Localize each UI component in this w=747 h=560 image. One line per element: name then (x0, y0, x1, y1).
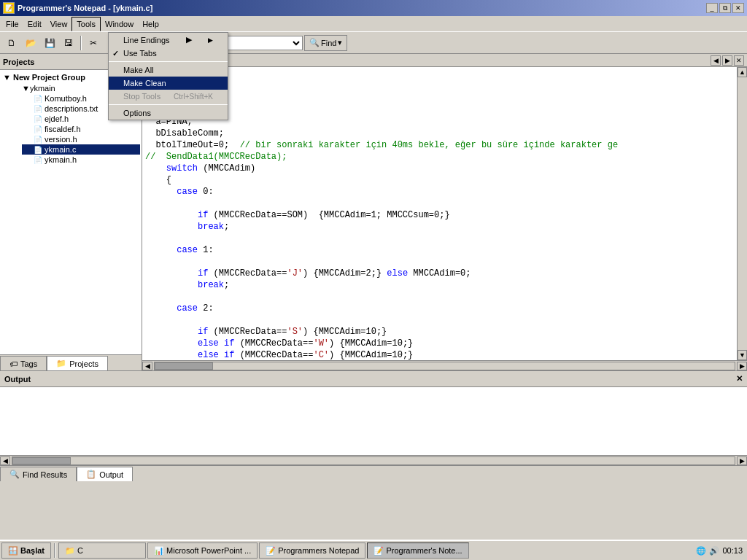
project-label: ykmain (30, 84, 55, 93)
tags-icon: 🏷 (9, 359, 18, 368)
taskbar-app-pn2[interactable]: 📝 Programmer's Note... (367, 542, 468, 559)
code-line: a=PINA; (145, 105, 734, 117)
taskbar-app-powerpoint[interactable]: 📊 Microsoft PowerPoint ... (147, 542, 258, 559)
taskbar-system-icons: 🌐 🔊 00:13 (696, 546, 743, 556)
tree-file-ykmain-h[interactable]: 📄 ykmain.h (22, 155, 140, 165)
output-header: Output ✕ (0, 371, 747, 387)
output-h-scrollbar[interactable]: ◀ ▶ (0, 455, 747, 465)
code-line (145, 198, 734, 210)
output-tabs: 🔍 Find Results 📋 Output (0, 465, 747, 481)
output-tab-icon: 📋 (86, 470, 96, 479)
folder-icon: ▼ (22, 84, 30, 93)
code-line (145, 233, 734, 245)
time-display: 00:13 (722, 546, 743, 555)
menu-item-use-tabs[interactable]: ✓ Use Tabs (109, 47, 228, 60)
menu-window[interactable]: Window (101, 17, 138, 31)
nav-next[interactable]: ▶ (722, 55, 732, 66)
minimize-button[interactable]: _ (706, 3, 718, 13)
code-line: if (MMCCRecData=='J') {MMCCAdim=2;} else… (145, 268, 734, 280)
code-line: break; (145, 222, 734, 233)
find-results-icon: 🔍 (9, 470, 20, 479)
menu-item-line-endings[interactable]: Line Endings ▶ (109, 33, 228, 47)
app-icon: 📝 (3, 2, 15, 14)
app-icon: 📊 (154, 546, 164, 556)
code-line (145, 257, 734, 268)
start-icon: 🪟 (8, 546, 18, 556)
file-icon: 📄 (34, 156, 42, 164)
code-line: case 2: (145, 303, 734, 315)
code-line: case 0: (145, 187, 734, 198)
tab-tags[interactable]: 🏷 Tags (0, 356, 47, 370)
save-button[interactable]: 💾 (41, 34, 58, 52)
new-button[interactable]: 🗋 (3, 34, 20, 52)
menu-item-stop-tools[interactable]: Stop Tools Ctrl+Shift+K (109, 90, 228, 103)
code-line: if (MMCCRecData=='S') {MMCCAdim=10;} (145, 327, 734, 338)
output-panel: Output ✕ ◀ ▶ (0, 370, 747, 465)
bottom-tabs: 🏷 Tags 📁 Projects (0, 354, 142, 370)
menu-sep-1 (109, 61, 228, 62)
tools-menu: Line Endings ▶ ✓ Use Tabs Make All Make … (108, 32, 228, 120)
tab-find-results[interactable]: 🔍 Find Results (0, 467, 77, 481)
taskbar-app-c[interactable]: 📁 C (58, 542, 146, 559)
open-button[interactable]: 📂 (22, 34, 39, 52)
file-icon: 📄 (34, 115, 42, 123)
menu-view[interactable]: View (46, 17, 72, 31)
tree-file-fiscaldef[interactable]: 📄 fiscaldef.h (22, 124, 140, 134)
editor-nav: ◀ ▶ ✕ (142, 54, 747, 67)
taskbar-app-pn1[interactable]: 📝 Programmers Notepad (259, 542, 365, 559)
code-line: break; (145, 280, 734, 292)
start-button[interactable]: 🪟 Başlat (1, 542, 51, 559)
menu-bar: File Edit View Tools Window Help (0, 16, 747, 32)
output-content (0, 387, 747, 455)
taskbar-sep (54, 543, 55, 558)
menu-file[interactable]: File (1, 17, 23, 31)
code-line: bDisableComm; (145, 128, 734, 140)
code-line: btolTimeOut=0; // bir sonraki karakter i… (145, 140, 734, 152)
network-icon: 🌐 (696, 546, 706, 556)
window-title: Programmer's Notepad - [ykmain.c] (18, 4, 152, 12)
find-button[interactable]: 🔍 Find ▾ (304, 35, 347, 51)
menu-edit[interactable]: Edit (23, 17, 46, 31)
expand-icon: ▼ (3, 73, 13, 82)
menu-sep-2 (109, 104, 228, 105)
close-button[interactable]: ✕ (732, 3, 744, 13)
nav-prev[interactable]: ◀ (711, 55, 721, 66)
projects-icon: 📁 (56, 359, 66, 368)
code-editor[interactable]: INTERRUPT0) bReadLatch; a=PINA; a=PINA; … (142, 67, 737, 360)
file-icon: 📄 (34, 146, 42, 154)
code-line: // SendData1(MMCCRecData); (145, 152, 734, 163)
menu-help[interactable]: Help (138, 17, 163, 31)
restore-button[interactable]: ⧉ (719, 3, 731, 13)
tree-file-version[interactable]: 📄 version.h (22, 134, 140, 144)
tree-file-ykmain-c[interactable]: 📄 ykmain.c (22, 144, 140, 155)
tab-output[interactable]: 📋 Output (77, 467, 133, 481)
menu-item-make-clean[interactable]: Make Clean (109, 77, 228, 90)
save-all-button[interactable]: 🖫 (60, 34, 77, 52)
nav-close[interactable]: ✕ (734, 55, 744, 66)
find-label: Find (321, 39, 336, 47)
taskbar: 🪟 Başlat 📁 C 📊 Microsoft PowerPoint ... … (0, 540, 747, 560)
group-label: New Project Group (13, 73, 85, 82)
code-line: case 1: (145, 245, 734, 257)
cut-button[interactable]: ✂ (85, 34, 102, 52)
code-line (145, 292, 734, 303)
menu-tools[interactable]: Tools (71, 17, 101, 31)
menu-item-make-all[interactable]: Make All (109, 63, 228, 77)
app-icon: 📁 (65, 546, 75, 556)
file-icon: 📄 (34, 95, 42, 103)
title-bar: 📝 Programmer's Notepad - [ykmain.c] _ ⧉ … (0, 0, 747, 16)
code-line: if (MMCCRecData==SOM) {MMCCAdim=1; MMCCC… (145, 210, 734, 222)
output-close-icon[interactable]: ✕ (736, 374, 743, 384)
code-line: INTERRUPT0) (145, 70, 734, 82)
code-line: else if (MMCCRecData=='W') {MMCCAdim=10;… (145, 338, 734, 350)
horizontal-scrollbar[interactable]: ◀ ▶ (142, 360, 747, 370)
app-icon: 📝 (374, 546, 384, 556)
tab-projects[interactable]: 📁 Projects (47, 356, 108, 370)
editor-area: ◀ ▶ ✕ INTERRUPT0) bReadLatch; a=PINA; a=… (142, 54, 747, 370)
file-icon: 📄 (34, 105, 42, 113)
vertical-scrollbar[interactable]: ▲ ▼ (737, 67, 747, 360)
menu-item-options[interactable]: Options (109, 106, 228, 120)
code-line: bReadLatch; (145, 93, 734, 105)
file-icon: 📄 (34, 136, 42, 144)
volume-icon: 🔊 (709, 546, 719, 556)
